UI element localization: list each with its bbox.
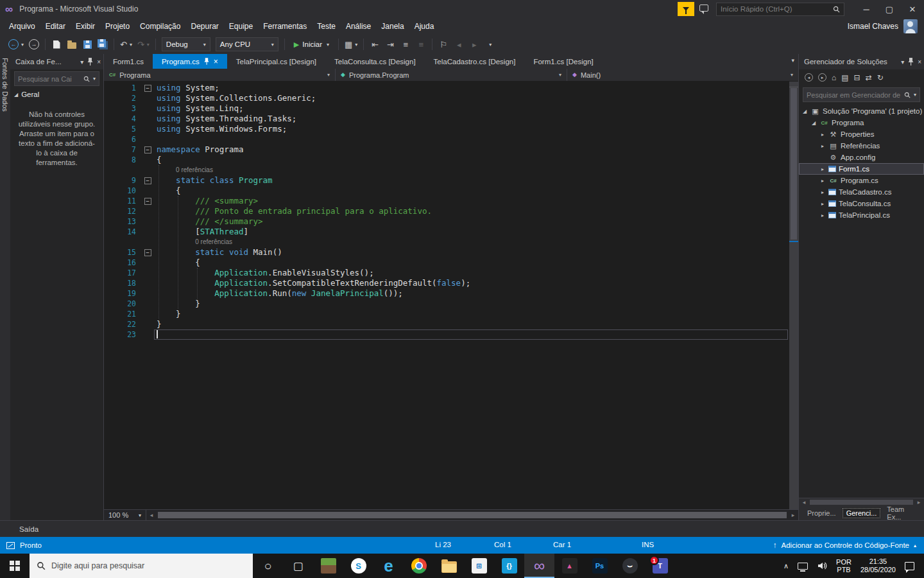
line-number[interactable]: 13 bbox=[104, 216, 141, 227]
solution-search-input[interactable] bbox=[807, 91, 902, 99]
line-content[interactable]: } bbox=[154, 299, 788, 309]
scrollbar-thumb[interactable] bbox=[810, 500, 913, 505]
clock[interactable]: 21:35 28/05/2020 bbox=[856, 554, 900, 578]
line-content[interactable]: { bbox=[154, 258, 788, 268]
collapse-all-button[interactable]: ⊟ bbox=[854, 74, 860, 82]
start-button[interactable] bbox=[0, 554, 30, 578]
line-number[interactable]: 14 bbox=[104, 227, 141, 237]
expander-icon[interactable]: ▸ bbox=[819, 201, 826, 207]
menu-exibir[interactable]: Exibir bbox=[71, 19, 100, 33]
fold-collapse-icon[interactable]: − bbox=[144, 85, 151, 92]
navigate-forward-button[interactable]: → bbox=[27, 37, 41, 52]
send-feedback-button[interactable] bbox=[699, 4, 708, 13]
line-number[interactable]: 7 bbox=[104, 144, 141, 155]
line-number[interactable]: 8 bbox=[104, 155, 141, 165]
editor-horizontal-scrollbar[interactable] bbox=[157, 510, 788, 520]
breadcrumb-type-dropdown[interactable]: ◆ Programa.Program ▾ bbox=[336, 69, 567, 81]
line-content[interactable]: } bbox=[154, 319, 788, 329]
editor-vertical-scrollbar[interactable] bbox=[789, 82, 798, 509]
start-debugging-button[interactable]: ▶Iniciar▾ bbox=[289, 40, 334, 49]
tab-telaprincipal-cs-design[interactable]: TelaPrincipal.cs [Design] bbox=[227, 54, 325, 69]
solution-explorer-search[interactable]: ▾ bbox=[803, 87, 920, 102]
line-content[interactable]: Application.EnableVisualStyles(); bbox=[154, 268, 788, 278]
vscode-icon[interactable]: {} bbox=[494, 554, 524, 578]
line-content[interactable] bbox=[154, 329, 788, 340]
tab-telacadastro-cs-design[interactable]: TelaCadastro.cs [Design] bbox=[425, 54, 525, 69]
line-content[interactable]: static void Main() bbox=[154, 247, 788, 258]
expander-icon[interactable]: ▸ bbox=[819, 166, 826, 172]
tree-item-properties[interactable]: ▸⚒Properties bbox=[799, 128, 924, 140]
toolbox-search-input[interactable] bbox=[18, 75, 81, 83]
fold-margin[interactable]: − bbox=[141, 83, 154, 93]
menu-arquivo[interactable]: Arquivo bbox=[4, 19, 40, 33]
uncomment-lines-button[interactable]: ≡ bbox=[414, 37, 428, 52]
notifications-button[interactable] bbox=[678, 2, 694, 16]
tab-telaconsulta-cs-design[interactable]: TelaConsulta.cs [Design] bbox=[325, 54, 425, 69]
line-number[interactable]: 16 bbox=[104, 258, 141, 268]
line-content[interactable]: Application.SetCompatibleTextRenderingDe… bbox=[154, 278, 788, 288]
line-number[interactable]: 19 bbox=[104, 288, 141, 299]
user-area[interactable]: Ismael Chaves bbox=[848, 19, 924, 33]
tree-item-telacadastro-cs[interactable]: ▸TelaCadastro.cs bbox=[799, 186, 924, 198]
tab-form1-cs[interactable]: Form1.cs bbox=[104, 54, 153, 69]
line-content[interactable]: using System.Linq; bbox=[154, 103, 788, 114]
close-button[interactable]: ✕ bbox=[901, 0, 924, 18]
action-center-button[interactable] bbox=[900, 554, 919, 578]
line-number[interactable]: 21 bbox=[104, 309, 141, 319]
expander-icon[interactable]: ◢ bbox=[801, 109, 808, 114]
expander-icon[interactable]: ▸ bbox=[819, 132, 826, 137]
line-number[interactable]: 11 bbox=[104, 196, 141, 206]
photoshop-icon[interactable]: Ps bbox=[585, 554, 615, 578]
tree-item-telaprincipal-cs[interactable]: ▸TelaPrincipal.cs bbox=[799, 209, 924, 221]
discord-icon[interactable]: ⌣ bbox=[615, 554, 645, 578]
close-tab-icon[interactable]: × bbox=[214, 58, 218, 66]
visual-studio-icon[interactable]: ∞ bbox=[524, 554, 554, 578]
quick-launch-search[interactable] bbox=[716, 3, 844, 16]
previous-bookmark-button[interactable]: ◂ bbox=[452, 37, 466, 52]
line-content[interactable]: namespace Programa bbox=[154, 144, 788, 155]
tree-item-app-config[interactable]: ⚙App.config bbox=[799, 152, 924, 163]
bottom-tab-gerenci[interactable]: Gerenci... bbox=[842, 507, 882, 519]
taskbar-search-input[interactable] bbox=[51, 561, 246, 570]
maximize-button[interactable]: ▢ bbox=[878, 0, 901, 18]
window-position-button[interactable]: ▾ bbox=[901, 58, 904, 66]
line-content[interactable]: /// Ponto de entrada principal para o ap… bbox=[154, 206, 788, 216]
pin-button[interactable] bbox=[87, 58, 93, 66]
tree-item-refer-ncias[interactable]: ▸▤Referências bbox=[799, 140, 924, 152]
new-project-button[interactable] bbox=[49, 37, 64, 52]
line-number[interactable]: 3 bbox=[104, 103, 141, 114]
line-content[interactable]: using System.Threading.Tasks; bbox=[154, 114, 788, 124]
menu-equipe[interactable]: Equipe bbox=[224, 19, 258, 33]
menu-ferramentas[interactable]: Ferramentas bbox=[258, 19, 312, 33]
fold-margin[interactable]: − bbox=[141, 196, 154, 206]
close-panel-button[interactable]: × bbox=[918, 58, 921, 66]
line-content[interactable]: using System.Collections.Generic; bbox=[154, 93, 788, 103]
tree-item-program-cs[interactable]: ▸C#Program.cs bbox=[799, 175, 924, 186]
line-number[interactable]: 20 bbox=[104, 299, 141, 309]
scrollbar-thumb[interactable] bbox=[158, 512, 787, 518]
line-number[interactable] bbox=[104, 237, 141, 247]
tree-item-programa[interactable]: ◢C#Programa bbox=[799, 117, 924, 128]
navigate-forward-button[interactable]: ▸ bbox=[818, 73, 826, 82]
line-content[interactable]: { bbox=[154, 186, 788, 196]
fold-margin[interactable]: − bbox=[141, 144, 154, 155]
task-view-icon[interactable]: ▢ bbox=[283, 554, 313, 578]
scroll-left-button[interactable]: ◂ bbox=[146, 512, 157, 518]
line-content[interactable] bbox=[154, 134, 788, 144]
refresh-button[interactable]: ↻ bbox=[877, 74, 884, 82]
navigate-backward-button[interactable]: ←▾ bbox=[6, 37, 26, 52]
solution-explorer-hscroll[interactable]: ◂ ▸ bbox=[799, 498, 924, 506]
tree-item-telaconsulta-cs[interactable]: ▸TelaConsulta.cs bbox=[799, 198, 924, 209]
tree-item-form1-cs[interactable]: ▸Form1.cs bbox=[799, 163, 924, 175]
fold-collapse-icon[interactable]: − bbox=[144, 249, 151, 256]
line-number[interactable]: 12 bbox=[104, 206, 141, 216]
line-content[interactable]: Application.Run(new JanelaPrincipal()); bbox=[154, 288, 788, 299]
tab-form1-cs-design[interactable]: Form1.cs [Design] bbox=[524, 54, 602, 69]
minecraft-icon[interactable] bbox=[313, 554, 343, 578]
data-sources-tab[interactable]: Fontes de Dados bbox=[1, 58, 9, 112]
microsoft-store-icon[interactable]: ⊞ bbox=[464, 554, 494, 578]
sync-with-active-document-button[interactable]: ⇄ bbox=[866, 74, 872, 82]
scroll-right-button[interactable]: ▸ bbox=[788, 512, 798, 518]
menu-an-lise[interactable]: Análise bbox=[341, 19, 376, 33]
toolbar-overflow-button[interactable]: ▾ bbox=[483, 37, 497, 52]
